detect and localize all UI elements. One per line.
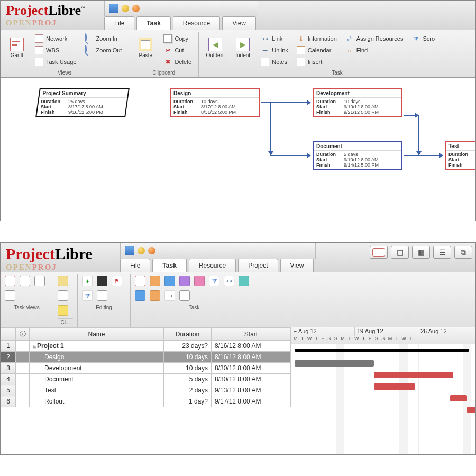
view-gantt-button[interactable] <box>370 246 388 259</box>
row-number[interactable]: 2 <box>1 352 16 363</box>
bar-document[interactable] <box>374 383 415 390</box>
flag-icon[interactable]: ⚑ <box>112 276 122 286</box>
unlink-button[interactable]: ⊷Unlink <box>258 45 291 56</box>
row-number[interactable]: 5 <box>1 385 16 396</box>
table-row[interactable]: 1⊟Project 123 days?8/16/12 8:00 AM <box>1 341 291 352</box>
table-row[interactable]: 6Rollout1 day?9/17/12 8:00 AM <box>1 396 291 407</box>
menu-project[interactable]: Project <box>238 259 278 272</box>
paste-button[interactable]: Paste <box>133 33 158 62</box>
col-start[interactable]: Start <box>212 328 291 341</box>
task-usage-icon[interactable] <box>5 290 15 301</box>
outdent-icon[interactable] <box>135 276 145 286</box>
delete-button[interactable]: ✖Delete <box>161 57 194 67</box>
node-project-summary[interactable]: Project Summary Duration25 days Start8/1… <box>35 88 130 117</box>
scroll-icon[interactable] <box>150 290 160 301</box>
cell-info[interactable] <box>16 385 30 396</box>
row-number[interactable]: 1 <box>1 341 16 352</box>
cut-icon[interactable] <box>58 305 68 316</box>
person-icon[interactable] <box>97 276 107 286</box>
paste-icon[interactable] <box>58 276 68 286</box>
wbs-icon[interactable] <box>34 276 45 286</box>
calendar-icon[interactable]: ⧩ <box>209 276 219 286</box>
task-sheet[interactable]: ⓘ Name Duration Start 1⊟Project 123 days… <box>1 327 291 454</box>
gantt-chart[interactable]: ⌐ Aug 12 19 Aug 12 26 Aug 12 M T W T F S… <box>291 327 475 454</box>
cell-start[interactable]: 8/30/12 8:00 AM <box>212 374 291 385</box>
cell-start[interactable]: 8/16/12 8:00 AM <box>212 352 291 363</box>
task-usage-button[interactable]: Task Usage <box>32 57 79 67</box>
undo-icon[interactable] <box>122 5 129 12</box>
copy-button[interactable]: Copy <box>161 33 194 44</box>
cell-info[interactable] <box>16 352 30 363</box>
insert-icon[interactable] <box>135 290 145 301</box>
cell-name[interactable]: Test <box>30 385 164 396</box>
col-rownum[interactable] <box>1 328 16 341</box>
bar-test[interactable] <box>450 395 467 401</box>
indent-button[interactable]: Indent <box>231 33 255 62</box>
gantt-icon[interactable] <box>5 276 15 286</box>
bar-design[interactable] <box>295 360 374 367</box>
cell-start[interactable]: 8/30/12 8:00 AM <box>212 363 291 374</box>
insert-button[interactable]: Insert <box>294 57 340 67</box>
node-development[interactable]: Development Duration10 days Start9/10/12… <box>313 88 402 117</box>
cell-name[interactable]: Rollout <box>30 396 164 407</box>
cell-name[interactable]: Design <box>30 352 164 363</box>
bar-project-summary[interactable] <box>295 349 469 352</box>
col-duration[interactable]: Duration <box>164 328 212 341</box>
cell-name[interactable]: ⊟Project 1 <box>30 341 164 352</box>
row-number[interactable]: 4 <box>1 374 16 385</box>
link-button[interactable]: ⊶Link <box>258 33 291 44</box>
save-icon[interactable] <box>125 246 134 255</box>
unlink-icon[interactable] <box>179 276 190 286</box>
cell-start[interactable]: 9/13/12 8:00 AM <box>212 385 291 396</box>
information-icon[interactable] <box>194 276 205 286</box>
cell-start[interactable]: 8/16/12 8:00 AM <box>212 341 291 352</box>
menu-resource[interactable]: Resource <box>173 16 220 30</box>
menu-file[interactable]: File <box>120 259 150 272</box>
network-icon[interactable] <box>20 276 30 286</box>
copy-icon[interactable] <box>58 290 68 301</box>
cell-duration[interactable]: 10 days <box>164 363 212 374</box>
link-icon[interactable] <box>164 276 175 286</box>
menu-resource[interactable]: Resource <box>189 259 236 272</box>
redo-icon[interactable] <box>132 5 140 12</box>
cell-duration[interactable]: 2 days <box>164 385 212 396</box>
gantt-body[interactable] <box>291 344 475 454</box>
cell-info[interactable] <box>16 374 30 385</box>
bar-rollout[interactable] <box>467 407 475 413</box>
table-row[interactable]: 2Design10 days8/16/12 8:00 AM <box>1 352 291 363</box>
find-icon[interactable] <box>97 290 107 301</box>
move-icon[interactable] <box>179 290 190 301</box>
view-network-button[interactable]: ◫ <box>391 246 409 259</box>
outdent-button[interactable]: Outdent <box>203 33 227 62</box>
table-row[interactable]: 5Test2 days9/13/12 8:00 AM <box>1 385 291 396</box>
cell-duration[interactable]: 1 day? <box>164 396 212 407</box>
split-icon[interactable]: ⇢ <box>164 290 175 301</box>
cut-button[interactable]: ✂Cut <box>161 45 194 56</box>
col-info[interactable]: ⓘ <box>16 328 30 341</box>
cell-name[interactable]: Development <box>30 363 164 374</box>
cell-duration[interactable]: 10 days <box>164 352 212 363</box>
notes-icon[interactable]: ⊶ <box>224 276 234 286</box>
cell-info[interactable] <box>16 341 30 352</box>
network-diagram-canvas[interactable]: Project Summary Duration25 days Start8/1… <box>1 78 475 221</box>
cell-start[interactable]: 9/17/12 8:00 AM <box>212 396 291 407</box>
assign-resources-button[interactable]: ⇄Assign Resources <box>343 33 406 44</box>
bar-development[interactable] <box>374 372 453 378</box>
view-wbs-button[interactable]: ▦ <box>412 246 430 259</box>
row-number[interactable]: 3 <box>1 363 16 374</box>
table-row[interactable]: 3Development10 days8/30/12 8:00 AM <box>1 363 291 374</box>
cell-info[interactable] <box>16 363 30 374</box>
indent-icon[interactable] <box>150 276 160 286</box>
view-usage-button[interactable]: ⧉ <box>454 246 472 259</box>
node-design[interactable]: Design Duration10 days Start8/17/12 8:00… <box>170 88 260 117</box>
col-name[interactable]: Name <box>30 328 164 341</box>
zoom-out-button[interactable]: Zoom Out <box>82 45 124 56</box>
add-icon[interactable]: ＋ <box>82 276 93 286</box>
menu-task[interactable]: Task <box>152 259 186 272</box>
table-row[interactable]: 4Document5 days8/30/12 8:00 AM <box>1 374 291 385</box>
node-document[interactable]: Document Duration5 days Start9/10/12 8:0… <box>313 141 402 170</box>
gantt-button[interactable]: Gantt <box>5 33 29 62</box>
node-test[interactable]: Test Duration Start Finish <box>445 141 475 170</box>
view-resources-button[interactable]: ☰ <box>433 246 451 259</box>
menu-task[interactable]: Task <box>136 16 170 30</box>
